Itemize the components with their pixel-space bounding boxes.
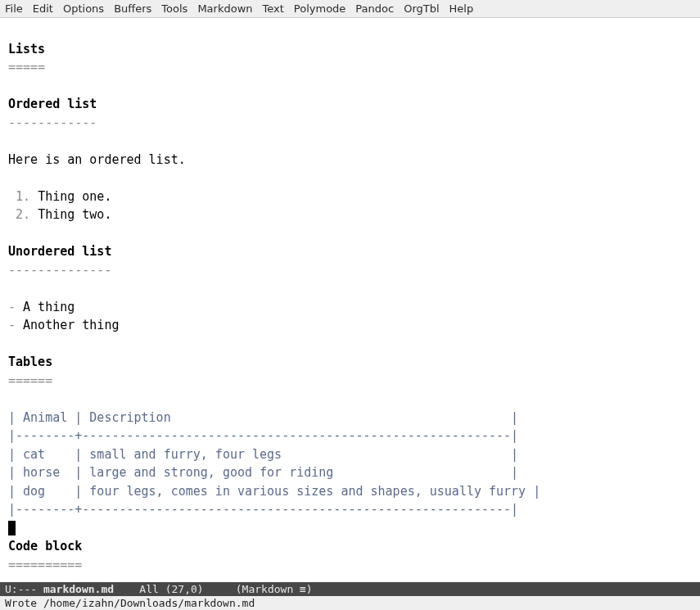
list-item: Thing two. [38,207,111,222]
menu-markdown[interactable]: Markdown [197,2,252,15]
heading-tables: Tables [8,355,52,369]
list-marker: 2. [8,207,38,222]
text-cursor [8,521,16,535]
heading-unordered-list: Unordered list [8,244,111,259]
table-row: | cat | small and furry, four legs | [8,447,518,462]
heading-underline: ===== [8,60,45,75]
modeline-filename: markdown.md [43,583,114,595]
menu-pandoc[interactable]: Pandoc [355,2,394,15]
table-row: | horse | large and strong, good for rid… [8,465,518,480]
table-header-row: | Animal | Description | [8,410,518,425]
heading-underline: ------------ [8,115,97,130]
table-separator: |--------+------------------------------… [8,502,518,517]
menu-polymode[interactable]: Polymode [294,2,346,15]
heading-underline: ====== [8,373,52,388]
modeline-status: U:--- [5,583,43,595]
heading-lists: Lists [8,42,45,56]
menu-options[interactable]: Options [63,2,104,15]
heading-underline: -------------- [8,263,111,278]
list-item: Another thing [23,318,119,332]
list-marker: - [8,318,23,332]
list-item: A thing [23,300,75,314]
paragraph-text: Here is an ordered list. [8,152,186,167]
menu-file[interactable]: File [5,2,23,15]
list-item: Thing one. [38,189,111,204]
table-row: | dog | four legs, comes in various size… [8,484,540,499]
menu-buffers[interactable]: Buffers [114,2,151,15]
echo-area: Wrote /home/izahn/Downloads/markdown.md [0,596,700,610]
menu-orgtbl[interactable]: OrgTbl [404,2,439,15]
table-separator: |--------+------------------------------… [8,428,518,443]
modeline-position-mode: All (27,0) (Markdown ≡) [114,583,313,595]
heading-ordered-list: Ordered list [8,97,97,111]
menu-help[interactable]: Help [449,2,474,15]
list-marker: 1. [8,189,38,204]
menu-tools[interactable]: Tools [161,2,187,15]
modeline: U:--- markdown.md All (27,0) (Markdown ≡… [0,582,700,596]
menu-text[interactable]: Text [263,2,284,15]
list-marker: - [8,300,23,314]
menubar: File Edit Options Buffers Tools Markdown… [0,0,700,18]
heading-code-block: Code block [8,539,82,554]
editor-buffer[interactable]: Lists ===== Ordered list ------------ He… [0,18,700,582]
menu-edit[interactable]: Edit [33,2,53,15]
heading-underline: ========== [8,558,82,572]
